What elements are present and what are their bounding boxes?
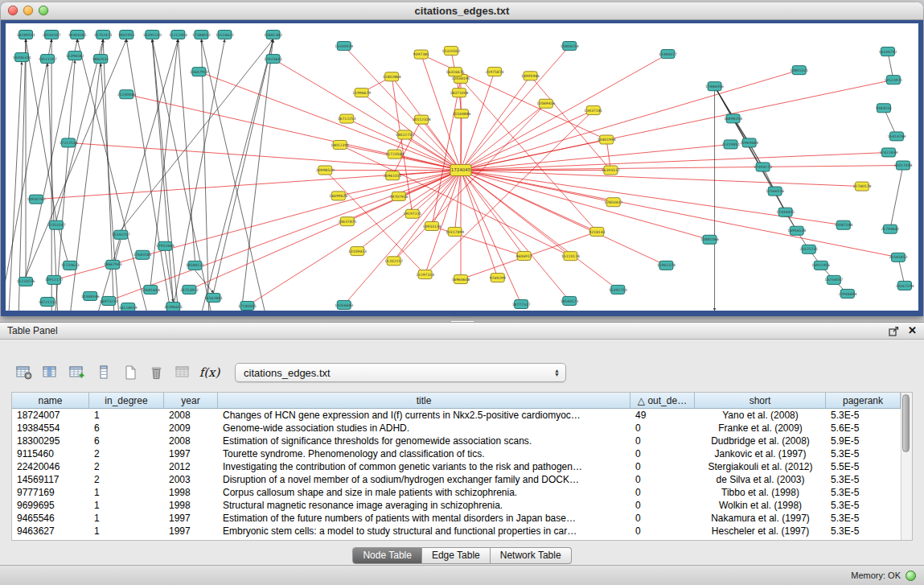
column-header-title[interactable]: title [218,393,630,408]
svg-text:10930762: 10930762 [27,197,46,201]
panel-splitter[interactable] [0,316,924,322]
tab-node-table[interactable]: Node Table [352,547,422,564]
table-scrollbar[interactable] [901,393,912,540]
status-bar: Memory: OK [0,565,924,585]
row-mode-button[interactable] [91,361,116,384]
column-header-in-degree[interactable]: in_degree [89,393,164,408]
table-cell-year: 1997 [164,447,218,460]
svg-text:16144792: 16144792 [878,50,897,54]
svg-text:15881382: 15881382 [264,33,282,37]
close-panel-icon[interactable]: ✕ [908,326,917,336]
table-row[interactable]: 1872400712008Changes of HCN gene express… [12,409,901,422]
svg-text:17952684: 17952684 [156,244,175,248]
table-cell-pagerank: 5.3E-5 [826,512,901,525]
svg-text:18667943: 18667943 [104,262,122,266]
svg-text:20637875: 20637875 [338,220,356,224]
svg-text:10881066: 10881066 [700,237,719,241]
tab-edge-table[interactable]: Edge Table [422,547,491,564]
column-header-name[interactable]: name [12,393,89,408]
svg-text:21100446: 21100446 [117,93,136,97]
window-titlebar[interactable]: citations_edges.txt [1,2,923,20]
delete-table-button[interactable] [144,361,169,384]
table-row[interactable]: 946362711997Embryonic stem cells: a mode… [12,525,901,538]
svg-text:17850417: 17850417 [604,200,622,204]
svg-text:15516622: 15516622 [216,33,234,37]
svg-text:13437141: 13437141 [584,109,602,113]
table-cell-out-de: 0 [630,460,695,473]
column-header-short[interactable]: short [695,393,826,408]
svg-text:11233576: 11233576 [17,280,35,284]
table-cell-title: Estimation of significance thresholds fo… [218,435,630,447]
network-graph-canvas[interactable]: 1428901320543107143043651570247194029551… [6,23,918,311]
svg-text:15320302: 15320302 [442,49,461,53]
svg-text:18022735: 18022735 [396,133,414,137]
table-cell-short: Stergiakouli et al. (2012) [695,460,826,473]
tab-network-table[interactable]: Network Table [491,547,572,564]
table-row[interactable]: 1830029562008Estimation of significance … [12,435,901,447]
show-columns-button[interactable] [38,361,63,384]
table-cell-name: 9699695 [12,499,89,512]
svg-text:11723568: 11723568 [385,152,404,156]
table-columns-icon [43,365,59,380]
minimize-window-button[interactable] [23,6,33,15]
table-row[interactable]: 1938455462009Genome-wide association stu… [12,422,901,435]
svg-text:18371008: 18371008 [450,91,469,95]
table-row[interactable]: 911546021997Tourette syndrome. Phenomeno… [12,447,901,460]
column-header-pagerank[interactable]: pagerank [826,393,901,408]
svg-text:12353147: 12353147 [47,223,66,227]
network-canvas-frame: 1428901320543107143043651570247194029551… [1,20,923,316]
rows-icon [96,365,112,380]
table-cell-name: 19384554 [12,422,89,435]
svg-text:17180005: 17180005 [238,304,257,308]
svg-text:11212454: 11212454 [169,33,187,37]
svg-text:21544886: 21544886 [453,112,471,116]
table-row[interactable]: 969969511998Structural magnetic resonanc… [12,499,901,512]
svg-text:21319851: 21319851 [721,142,740,146]
table-cell-year: 2008 [164,435,218,447]
function-builder-button[interactable]: f(x) [197,361,222,384]
float-panel-icon[interactable] [889,326,899,336]
column-header-out-de[interactable]: △ out_de… [630,393,695,408]
svg-text:19197221: 19197221 [403,212,421,216]
table-cell-name: 9115460 [12,447,89,460]
table-cell-in-degree: 1 [89,525,164,538]
svg-text:10401994: 10401994 [598,138,616,142]
table-mode-button[interactable] [11,361,36,384]
zoom-window-button[interactable] [39,6,48,15]
svg-text:11802864: 11802864 [383,75,401,79]
column-header-year[interactable]: year [164,393,218,408]
table-cell-pagerank: 5.3E-5 [826,447,901,460]
svg-text:20112328: 20112328 [413,117,431,122]
svg-text:13647950: 13647950 [190,70,208,74]
svg-text:20961011: 20961011 [384,174,402,178]
table-cell-short: Franke et al. (2009) [695,422,826,435]
table-selector-dropdown[interactable]: citations_edges.txt ▲▼ [235,363,566,382]
svg-text:22545853: 22545853 [889,255,908,259]
svg-text:20753922: 20753922 [180,288,199,292]
table-row[interactable]: 946554611997Estimation of the future num… [12,512,901,525]
new-table-button[interactable] [117,361,142,384]
panel-title: Table Panel [7,325,58,336]
table-toolbar: f(x) citations_edges.txt ▲▼ [11,360,913,385]
table-cell-title: Changes of HCN gene expression and I(f) … [218,409,630,422]
table-cell-in-degree: 1 [89,486,164,499]
svg-text:20396655: 20396655 [164,305,183,309]
dropdown-arrows-icon: ▲▼ [554,369,560,377]
svg-text:12069416: 12069416 [536,101,555,105]
table-row[interactable]: 977716911998Corpus callosum shape and si… [12,486,901,499]
new-column-button[interactable] [64,361,89,384]
svg-text:10855321: 10855321 [790,68,808,72]
table-cell-pagerank: 5.9E-5 [826,435,901,447]
svg-text:20375731: 20375731 [799,247,818,251]
table-cell-year: 2009 [164,422,218,435]
table-cell-name: 18300295 [12,435,89,447]
svg-text:10317899: 10317899 [446,230,464,234]
table-row[interactable]: 1456911722003Disruption of a novel membe… [12,473,901,486]
svg-text:13511207: 13511207 [39,57,57,61]
scrollbar-thumb[interactable] [902,394,910,452]
svg-text:20998529: 20998529 [316,168,335,172]
close-window-button[interactable] [8,6,18,15]
svg-text:15414768: 15414768 [888,134,906,138]
import-table-button[interactable] [170,361,195,384]
table-row[interactable]: 2242004622012Investigating the contribut… [12,460,901,473]
